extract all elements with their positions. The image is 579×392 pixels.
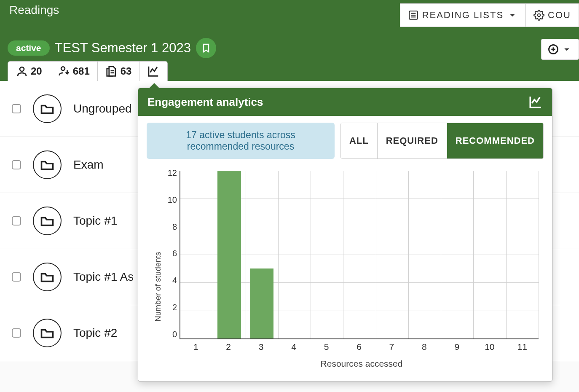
folder-icon-circle xyxy=(33,150,62,179)
stat-students[interactable]: 20 xyxy=(8,62,50,81)
stat-views-value: 681 xyxy=(73,65,90,77)
group-checkbox[interactable] xyxy=(12,104,21,113)
folder-icon xyxy=(40,213,55,228)
svg-point-4 xyxy=(538,14,541,17)
chart-bar xyxy=(217,171,241,338)
analytics-popover: Engagement analytics 17 active students … xyxy=(138,88,552,382)
list-icon xyxy=(408,10,419,21)
group-label: Ungrouped xyxy=(73,102,132,115)
x-tick: 10 xyxy=(485,342,494,352)
user-download-icon xyxy=(58,65,70,78)
chart-icon xyxy=(147,65,160,78)
x-tick: 6 xyxy=(357,342,362,352)
reading-lists-dropdown[interactable]: READING LISTS xyxy=(400,3,526,27)
folder-icon-circle xyxy=(33,207,62,235)
folder-icon xyxy=(40,269,55,285)
svg-point-8 xyxy=(20,67,24,71)
y-tick: 10 xyxy=(163,195,177,205)
stats-bar: 20 681 63 xyxy=(8,61,168,81)
course-title: TEST Semester 1 2023 xyxy=(55,40,191,56)
stat-analytics[interactable] xyxy=(139,62,167,81)
bookmark-icon xyxy=(201,43,211,53)
y-tick: 2 xyxy=(163,303,177,312)
y-tick: 4 xyxy=(163,276,177,285)
group-label: Topic #1 As xyxy=(73,270,134,284)
x-tick: 7 xyxy=(389,342,394,352)
y-tick: 12 xyxy=(163,168,177,178)
group-label: Topic #1 xyxy=(73,214,117,228)
user-icon xyxy=(16,65,28,78)
x-tick: 8 xyxy=(422,342,427,352)
folder-icon xyxy=(40,325,55,341)
status-badge: active xyxy=(8,40,50,56)
gear-icon xyxy=(533,10,544,21)
group-checkbox[interactable] xyxy=(12,160,21,169)
folder-icon xyxy=(40,157,55,172)
chevron-down-icon xyxy=(507,10,518,21)
engagement-chart: Number of students 121086420 12345678910… xyxy=(147,166,544,369)
y-ticks: 121086420 xyxy=(163,166,177,369)
add-button[interactable] xyxy=(541,39,579,60)
x-tick: 2 xyxy=(226,342,231,352)
tab-required[interactable]: REQUIRED xyxy=(378,123,447,158)
folder-icon xyxy=(40,101,55,116)
tab-recommended[interactable]: RECOMMENDED xyxy=(447,123,543,158)
folder-icon-circle xyxy=(33,263,62,291)
x-tick: 3 xyxy=(259,342,264,352)
group-label: Exam xyxy=(73,158,104,172)
filter-tabs: ALL REQUIRED RECOMMENDED xyxy=(340,123,544,159)
y-tick: 8 xyxy=(163,222,177,232)
x-tick: 4 xyxy=(291,342,296,352)
popover-title: Engagement analytics xyxy=(147,96,263,109)
chart-bar xyxy=(250,268,273,338)
course-settings-button[interactable]: COU xyxy=(526,3,579,27)
document-icon xyxy=(105,65,118,78)
svg-point-9 xyxy=(61,67,65,70)
page-title: Readings xyxy=(9,3,59,17)
x-tick: 5 xyxy=(324,342,329,352)
stat-items-value: 63 xyxy=(121,65,132,77)
reading-lists-label: READING LISTS xyxy=(422,10,504,21)
folder-icon-circle xyxy=(33,94,62,123)
chevron-down-icon xyxy=(561,43,573,55)
x-tick: 11 xyxy=(517,342,527,352)
bookmark-button[interactable] xyxy=(196,38,216,58)
stat-students-value: 20 xyxy=(31,65,42,77)
group-checkbox[interactable] xyxy=(12,216,21,226)
plus-circle-icon xyxy=(547,43,559,55)
info-chip: 17 active students across recommended re… xyxy=(147,123,335,159)
stat-items[interactable]: 63 xyxy=(98,62,140,81)
folder-icon-circle xyxy=(33,319,62,347)
tab-all[interactable]: ALL xyxy=(341,123,378,158)
chart-icon xyxy=(528,95,543,109)
x-axis-label: Resources accessed xyxy=(180,359,544,369)
group-label: Topic #2 xyxy=(73,326,117,340)
course-settings-label: COU xyxy=(548,10,571,21)
y-tick: 6 xyxy=(163,249,177,258)
group-checkbox[interactable] xyxy=(12,328,21,338)
y-axis-label: Number of students xyxy=(151,166,163,369)
x-tick: 9 xyxy=(455,342,460,352)
y-tick: 0 xyxy=(163,330,177,339)
stat-views[interactable]: 681 xyxy=(50,62,98,81)
group-checkbox[interactable] xyxy=(12,272,21,282)
x-tick: 1 xyxy=(193,342,198,352)
